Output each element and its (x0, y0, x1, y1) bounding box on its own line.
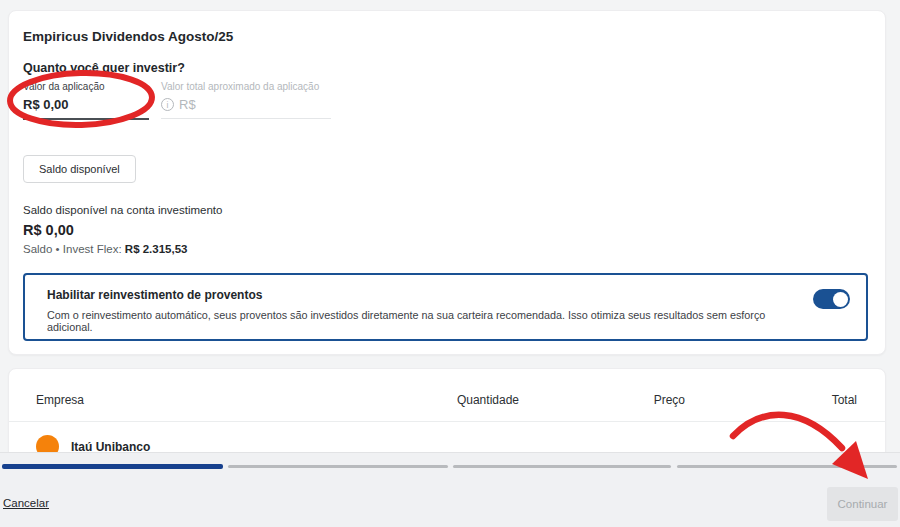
cancel-link[interactable]: Cancelar (3, 497, 49, 509)
progress-step-2 (228, 465, 448, 468)
progress-step-3 (453, 465, 671, 468)
investment-card: Empiricus Dividendos Agosto/25 Quanto vo… (8, 10, 886, 355)
application-value-field[interactable]: Valor da aplicação R$ 0,00 (23, 81, 149, 120)
page-title: Empiricus Dividendos Agosto/25 (23, 29, 233, 44)
reinvest-toggle[interactable] (813, 289, 850, 309)
available-balance-button[interactable]: Saldo disponível (23, 155, 136, 183)
approx-total-field: Valor total aproximado da aplicação i R$ (161, 81, 331, 119)
continue-button[interactable]: Continuar (827, 487, 898, 521)
approx-total-label: Valor total aproximado da aplicação (161, 81, 331, 92)
column-header-empresa: Empresa (36, 393, 339, 407)
balance-label: Saldo disponível na conta investimento (23, 204, 222, 216)
progress-step-4 (677, 465, 897, 468)
column-header-total: Total (685, 393, 857, 407)
application-value-input[interactable]: R$ 0,00 (23, 97, 149, 120)
balance-detail-label: Saldo • Invest Flex: (23, 243, 125, 255)
balance-detail-value: R$ 2.315,53 (125, 243, 188, 255)
application-value-label: Valor da aplicação (23, 81, 149, 92)
approx-total-currency: R$ (179, 97, 196, 112)
balance-amount: R$ 0,00 (23, 222, 74, 238)
invest-question: Quanto você quer investir? (23, 61, 185, 75)
footer-bar: Cancelar Continuar (0, 452, 900, 527)
column-header-quantidade: Quantidade (339, 393, 519, 407)
approx-total-value: i R$ (161, 97, 331, 119)
column-header-preco: Preço (519, 393, 685, 407)
reinvest-box: Habilitar reinvestimento de proventos Co… (23, 273, 868, 341)
balance-detail: Saldo • Invest Flex: R$ 2.315,53 (23, 243, 188, 255)
page: Empiricus Dividendos Agosto/25 Quanto vo… (0, 0, 900, 527)
info-icon: i (161, 98, 174, 111)
reinvest-description: Com o reinvestimento automático, seus pr… (47, 309, 807, 333)
toggle-knob-icon (833, 292, 848, 307)
table-header-row: Empresa Quantidade Preço Total (9, 369, 885, 422)
reinvest-title: Habilitar reinvestimento de proventos (47, 288, 262, 302)
progress-step-1-active (2, 464, 223, 469)
